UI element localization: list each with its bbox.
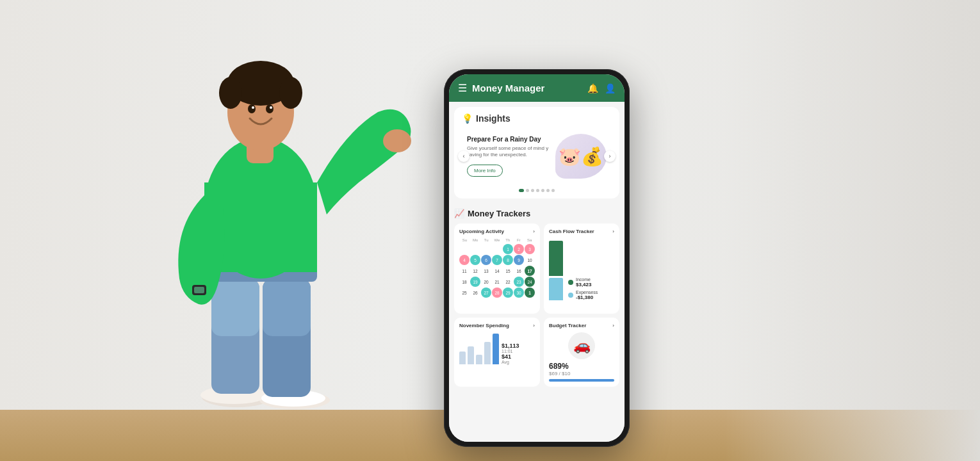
dot-2[interactable]	[526, 189, 529, 192]
cal-2[interactable]: 2	[514, 244, 524, 254]
upcoming-activity-header: Upcoming Activity ›	[459, 229, 535, 234]
income-legend-text: Income $3,423	[576, 277, 591, 287]
cal-15[interactable]: 15	[503, 266, 513, 276]
expenses-amount: -$1,380	[576, 295, 598, 300]
november-spending-chevron[interactable]: ›	[533, 323, 535, 328]
expenses-legend-text: Expensess -$1,380	[576, 290, 598, 300]
income-legend: Income $3,423	[568, 277, 598, 287]
cal-11[interactable]: 11	[459, 266, 470, 276]
next-insight-button[interactable]: ›	[604, 150, 616, 162]
budget-bar-inner	[549, 379, 614, 382]
cal-1[interactable]: 1	[503, 244, 513, 254]
spending-avg-label: Avg	[502, 360, 519, 364]
cash-flow-header: Cash Flow Tracker ›	[549, 229, 614, 234]
cal-24[interactable]: 24	[525, 277, 535, 287]
dot-1[interactable]	[519, 189, 524, 192]
income-bar-container	[549, 241, 563, 276]
dot-4[interactable]	[536, 189, 539, 192]
trackers-grid: Upcoming Activity › Su Mo Tu We Th	[454, 223, 619, 387]
cal-6[interactable]: 6	[481, 255, 491, 265]
insights-text: Prepare For a Rainy Day Give yourself so…	[467, 136, 555, 177]
insights-card-desc: Give yourself some peace of mind y savin…	[467, 145, 550, 159]
prev-insight-button[interactable]: ‹	[458, 150, 470, 162]
cal-empty-3	[481, 244, 491, 254]
spending-total: $1,113	[502, 343, 519, 349]
dot-7[interactable]	[551, 189, 555, 192]
svg-point-14	[219, 77, 242, 109]
upcoming-activity-card: Upcoming Activity › Su Mo Tu We Th	[454, 223, 540, 314]
budget-tracker-title: Budget Tracker	[549, 323, 586, 328]
cal-10[interactable]: 10	[525, 255, 535, 265]
user-icon[interactable]: 👤	[605, 83, 616, 93]
budget-car-icon: 🚗	[568, 332, 595, 359]
spend-bar-4	[484, 342, 491, 364]
svg-rect-21	[194, 287, 204, 293]
budget-tracker-header: Budget Tracker ›	[549, 323, 614, 328]
insights-section: 💡 Insights ‹ Prepare For a Rainy Day Giv…	[454, 107, 619, 198]
cal-4[interactable]: 4	[459, 255, 470, 265]
cal-27[interactable]: 27	[481, 287, 491, 298]
cal-13[interactable]: 13	[481, 266, 491, 276]
trackers-icon: 📈	[454, 209, 464, 218]
more-info-button[interactable]: More Info	[467, 165, 503, 177]
cal-21[interactable]: 21	[492, 277, 502, 287]
cal-19[interactable]: 19	[470, 277, 480, 287]
income-label: Income	[576, 277, 591, 282]
income-bar	[549, 241, 563, 276]
bell-icon[interactable]: 🔔	[587, 83, 598, 93]
calendar-grid: 1 2 3 4 5 6 7 8 9 1	[459, 244, 535, 309]
dot-3[interactable]	[531, 189, 534, 192]
cal-9[interactable]: 9	[514, 255, 524, 265]
header-right: 🔔 👤	[587, 83, 616, 93]
header-left: ☰ Money Manager	[458, 82, 544, 94]
cal-26[interactable]: 26	[470, 287, 480, 298]
budget-icon: 🚗	[549, 332, 614, 359]
cal-3[interactable]: 3	[525, 244, 535, 254]
cal-30[interactable]: 30	[514, 287, 524, 298]
budget-tracker-chevron[interactable]: ›	[612, 323, 614, 328]
november-spending-title: November Spending	[459, 323, 509, 328]
svg-point-17	[266, 104, 274, 113]
cal-8[interactable]: 8	[503, 255, 513, 265]
phone-screen: ☰ Money Manager 🔔 👤 💡 Insights	[449, 74, 625, 442]
dot-5[interactable]	[541, 189, 544, 192]
cal-28[interactable]: 28	[492, 287, 502, 298]
cal-12[interactable]: 12	[470, 266, 480, 276]
svg-point-16	[248, 104, 256, 113]
cal-5[interactable]: 5	[470, 255, 480, 265]
dot-6[interactable]	[546, 189, 550, 192]
budget-bar-outer	[549, 379, 614, 382]
cal-20[interactable]: 20	[481, 277, 491, 287]
cal-empty-2	[470, 244, 480, 254]
menu-icon[interactable]: ☰	[458, 82, 467, 94]
app-content[interactable]: 💡 Insights ‹ Prepare For a Rainy Day Giv…	[449, 102, 625, 442]
day-th: Th	[502, 238, 513, 242]
cash-flow-chart: Income $3,423 Expensess -$1,380	[549, 238, 614, 303]
cal-23[interactable]: 23	[514, 277, 524, 287]
cal-7[interactable]: 7	[492, 255, 502, 265]
insights-title: 💡 Insights	[462, 113, 612, 124]
cal-14[interactable]: 14	[492, 266, 502, 276]
insights-icon: 💡	[462, 113, 473, 124]
expenses-legend: Expensess -$1,380	[568, 290, 598, 300]
expenses-legend-dot	[568, 293, 573, 298]
cash-flow-chevron[interactable]: ›	[612, 229, 614, 234]
cal-16[interactable]: 16	[514, 266, 524, 276]
cal-empty-end	[459, 298, 470, 309]
cal-17-today[interactable]: 17	[525, 266, 535, 276]
cash-flow-card: Cash Flow Tracker ›	[544, 223, 619, 314]
calendar-header: Su Mo Tu We Th Fr Sa	[459, 238, 535, 242]
cal-22[interactable]: 22	[503, 277, 513, 287]
cal-18[interactable]: 18	[459, 277, 470, 287]
svg-point-22	[383, 129, 411, 152]
spend-bar-1	[459, 352, 466, 364]
phone-device: ☰ Money Manager 🔔 👤 💡 Insights	[444, 69, 630, 447]
cal-29[interactable]: 29	[503, 287, 513, 298]
upcoming-activity-chevron[interactable]: ›	[533, 229, 535, 234]
cal-31[interactable]: 1	[525, 287, 535, 298]
app-header: ☰ Money Manager 🔔 👤	[449, 74, 625, 102]
cal-25[interactable]: 25	[459, 287, 470, 298]
budget-tracker-card: Budget Tracker › 🚗 689% $69 / $10	[544, 318, 619, 387]
svg-point-18	[252, 106, 254, 109]
spend-bar-3	[476, 355, 482, 364]
